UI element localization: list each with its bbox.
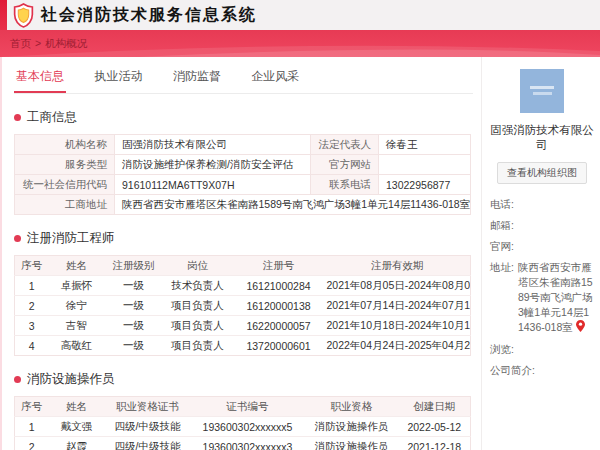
- table-row: 2 赵霞 四级/中级技能 193600302xxxxxx3 消防设施操作员 20…: [15, 437, 471, 450]
- table-cell: 徐宁: [49, 296, 105, 316]
- table-cell: 193600302xxxxxx5: [191, 417, 305, 437]
- field-label: 公司简介:: [490, 363, 535, 378]
- section-title-text: 注册消防工程师: [27, 230, 115, 247]
- field-label: 联系电话: [311, 175, 379, 195]
- field-label: 邮箱:: [490, 218, 514, 233]
- location-pin-icon[interactable]: [576, 320, 585, 336]
- field-label: 服务类型: [15, 155, 115, 175]
- bullet-icon: [14, 376, 21, 383]
- field-label: 地址:: [490, 260, 514, 336]
- breadcrumb: 首页>机构概况: [10, 37, 87, 51]
- table-cell: 193600302xxxxxx3: [191, 437, 305, 450]
- table-cell: 16121000284: [233, 276, 325, 296]
- website-field: 官网:: [490, 239, 594, 254]
- table-cell: 2022年04月24日-2025年04月24日: [325, 336, 471, 356]
- table-row: 工商地址 陕西省西安市雁塔区朱雀南路1589号南飞鸿广场3幢1单元14层1143…: [15, 195, 471, 215]
- table-cell: 一级: [105, 276, 163, 296]
- column-header: 证书编号: [191, 397, 305, 417]
- field-value: 徐春王: [379, 135, 471, 155]
- email-field: 邮箱:: [490, 218, 594, 233]
- table-cell: 3: [15, 316, 49, 336]
- tab-fire-supervision[interactable]: 消防监督: [171, 66, 223, 91]
- field-value: 91610112MA6TT9X07H: [115, 175, 311, 195]
- field-value: 陕西省西安市雁塔区朱雀南路1589号南飞鸿广场3幢1单元14层11436-018…: [518, 260, 594, 336]
- field-value: [379, 155, 471, 175]
- app-title: 社会消防技术服务信息系统: [41, 5, 257, 26]
- field-value: 固强消防技术有限公司: [115, 135, 311, 155]
- header-accent-strip: [0, 0, 7, 30]
- table-cell: 技术负责人: [163, 276, 233, 296]
- table-cell: 四级/中级技能: [105, 417, 191, 437]
- table-cell: 吉智: [49, 316, 105, 336]
- column-header: 创建日期: [399, 397, 471, 417]
- field-label: 官网:: [490, 239, 514, 254]
- table-cell: 2021年10月18日-2024年10月18日: [325, 316, 471, 336]
- contact-fields: 电话: 邮箱: 官网: 地址: 陕西省西安市雁塔区朱雀南路1589号南飞鸿广场3…: [490, 197, 594, 378]
- breadcrumb-home-link[interactable]: 首页: [10, 37, 31, 49]
- table-row: 机构名称 固强消防技术有限公司 法定代表人 徐春王: [15, 135, 471, 155]
- bullet-icon: [14, 114, 21, 121]
- table-cell: 2: [15, 437, 49, 450]
- company-name: 固强消防技术有限公司: [490, 123, 594, 153]
- column-header: 职业资格证书: [105, 397, 191, 417]
- shield-logo-icon: [13, 3, 34, 28]
- table-cell: 项目负责人: [163, 336, 233, 356]
- breadcrumb-bar: 首页>机构概况: [0, 30, 600, 57]
- table-cell: 2: [15, 296, 49, 316]
- column-header: 姓名: [49, 397, 105, 417]
- tab-basic-info[interactable]: 基本信息: [14, 66, 66, 93]
- page: 社会消防技术服务信息系统 首页>机构概况 基本信息 执业活动 消防监督 企业风采…: [0, 0, 600, 450]
- table-cell: 2021-12-18: [399, 437, 471, 450]
- table-cell: 一级: [105, 296, 163, 316]
- field-value-address: 陕西省西安市雁塔区朱雀南路1589号南飞鸿广场3幢1单元14层11436-018…: [115, 195, 471, 215]
- column-header: 注册有效期: [325, 256, 471, 276]
- operators-table: 序号 姓名 职业资格证书 证书编号 职业资格 创建日期 1 戴文强 四级/中级技…: [14, 396, 471, 450]
- field-label: 官方网站: [311, 155, 379, 175]
- table-cell: 项目负责人: [163, 296, 233, 316]
- table-cell: 16120000138: [233, 296, 325, 316]
- business-info-table: 机构名称 固强消防技术有限公司 法定代表人 徐春王 服务类型 消防设施维护保养检…: [14, 134, 471, 215]
- engineers-section-title: 注册消防工程师: [14, 230, 473, 247]
- field-value: 13022956877: [379, 175, 471, 195]
- tab-company-showcase[interactable]: 企业风采: [249, 66, 301, 91]
- field-label: 统一社会信用代码: [15, 175, 115, 195]
- table-cell: 高敬红: [49, 336, 105, 356]
- column-header: 注册级别: [105, 256, 163, 276]
- view-org-chart-button[interactable]: 查看机构组织图: [497, 162, 587, 184]
- section-title-text: 消防设施操作员: [27, 371, 115, 388]
- table-row: 统一社会信用代码 91610112MA6TT9X07H 联系电话 1302295…: [15, 175, 471, 195]
- breadcrumb-separator: >: [35, 37, 41, 49]
- field-label: 机构名称: [15, 135, 115, 155]
- table-cell: 消防设施操作员: [305, 437, 399, 450]
- content-area: 基本信息 执业活动 消防监督 企业风采 工商信息 机构名称 固强消防技术有限公司…: [0, 57, 600, 450]
- table-header-row: 序号 姓名 注册级别 岗位 注册号 注册有效期: [15, 256, 471, 276]
- table-row: 1 卓振怀 一级 技术负责人 16121000284 2021年08月05日-2…: [15, 276, 471, 296]
- field-label: 工商地址: [15, 195, 115, 215]
- operators-section-title: 消防设施操作员: [14, 371, 473, 388]
- table-cell: 16220000057: [233, 316, 325, 336]
- company-logo-image: [520, 69, 564, 113]
- table-cell: 卓振怀: [49, 276, 105, 296]
- address-field: 地址: 陕西省西安市雁塔区朱雀南路1589号南飞鸿广场3幢1单元14层11436…: [490, 260, 594, 336]
- table-cell: 赵霞: [49, 437, 105, 450]
- table-cell: 13720000601: [233, 336, 325, 356]
- table-cell: 四级/中级技能: [105, 437, 191, 450]
- table-cell: 2021年07月14日-2024年07月14日: [325, 296, 471, 316]
- field-label: 法定代表人: [311, 135, 379, 155]
- column-header: 岗位: [163, 256, 233, 276]
- table-cell: 戴文强: [49, 417, 105, 437]
- table-cell: 项目负责人: [163, 316, 233, 336]
- company-profile-field: 公司简介:: [490, 363, 594, 378]
- business-info-section-title: 工商信息: [14, 109, 473, 126]
- engineers-table: 序号 姓名 注册级别 岗位 注册号 注册有效期 1 卓振怀 一级 技术负责人 1…: [14, 255, 471, 356]
- table-row: 4 高敬红 一级 项目负责人 13720000601 2022年04月24日-2…: [15, 336, 471, 356]
- tab-practice-activities[interactable]: 执业活动: [92, 66, 144, 91]
- wave-decoration: [0, 30, 600, 57]
- table-cell: 消防设施操作员: [305, 417, 399, 437]
- field-label: 电话:: [490, 197, 514, 212]
- table-row: 3 吉智 一级 项目负责人 16220000057 2021年10月18日-20…: [15, 316, 471, 336]
- field-label: 浏览:: [490, 342, 514, 357]
- table-cell: 一级: [105, 316, 163, 336]
- column-header: 注册号: [233, 256, 325, 276]
- tab-bar: 基本信息 执业活动 消防监督 企业风采: [14, 57, 473, 94]
